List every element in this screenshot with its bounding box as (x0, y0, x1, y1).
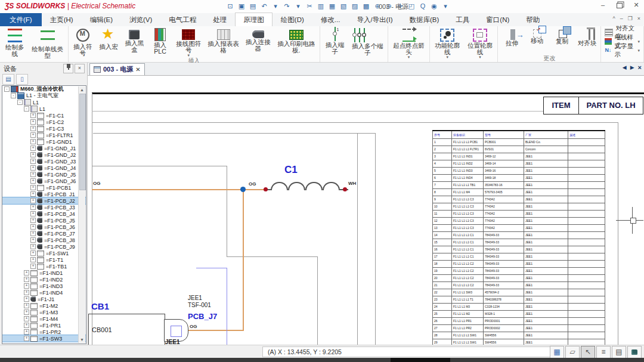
grid-snap-icon[interactable]: ▦ (550, 346, 564, 358)
scroll-up-icon[interactable]: ▲ (79, 86, 85, 93)
tree-item-=F1-PR2[interactable]: +=F1-PR2 (2, 329, 86, 335)
tab-group-close-icon[interactable]: × (638, 64, 642, 70)
ribbon-button-插入符号[interactable]: 插入符号 (70, 26, 96, 57)
tree-expand-icon[interactable]: + (24, 290, 29, 295)
tree-item-=F1-M3[interactable]: +=F1-M3 (2, 309, 86, 315)
menu-item-文件(F)[interactable]: 文件(F) (0, 13, 42, 27)
tree-expand-icon[interactable]: - (4, 86, 10, 92)
tree-item-=F1-IND3[interactable]: +=F1-IND3 (2, 283, 86, 289)
component-label-pcb-j7[interactable]: PCB_J7 (188, 312, 217, 321)
component-label-c1[interactable]: C1 (284, 164, 298, 176)
bom-table[interactable]: 序号设备标识型号厂家描述 1F1 L1 L1 L1 PCB1PCB001BLEN… (432, 130, 605, 345)
sheet-edit-icon[interactable]: ▤ (612, 346, 626, 358)
ribbon-button-位置轮廓线[interactable]: 位置轮廓线▾ (464, 26, 497, 59)
minimize-icon[interactable]: – (599, 1, 607, 10)
tree-item-=F1-GND_J1[interactable]: +=F1-GND_J1 (2, 145, 86, 151)
tree-item-=F1-GND_J2[interactable]: +=F1-GND_J2 (2, 151, 86, 158)
tab-prev-icon[interactable]: ◀ (623, 64, 627, 70)
menu-item-浏览(V)[interactable]: 浏览(V) (121, 14, 160, 26)
tree-item-=F1-PCB_J5[interactable]: +=F1-PCB_J5 (2, 217, 86, 224)
tree-expand-icon[interactable]: + (30, 237, 36, 243)
tree-item-=F1-GND_J4[interactable]: +=F1-GND_J4 (2, 165, 86, 171)
tree-expand-icon[interactable]: + (24, 270, 29, 276)
tree-expand-icon[interactable]: + (30, 211, 36, 216)
tree-item-=F1-PCB_J9[interactable]: +=F1-PCB_J9 (2, 243, 86, 250)
tree-expand-icon[interactable]: + (24, 310, 29, 315)
tree-expand-icon[interactable]: + (30, 132, 36, 138)
ribbon-button-移动[interactable]: 移动 (524, 26, 549, 55)
doc-close-icon[interactable]: × (637, 16, 640, 21)
tree-item-=F1-SW3[interactable]: +=F1-SW3 (2, 335, 86, 342)
tree-item-=F1-PR1[interactable]: +=F1-PR1 (2, 322, 86, 329)
tree-item-=F1-C3[interactable]: +=F1-C3 (2, 125, 86, 132)
tab-close-icon[interactable]: ✕ (135, 66, 140, 73)
tree-expand-icon[interactable]: + (30, 198, 36, 203)
doc-minimize-icon[interactable]: ‒ (620, 16, 623, 21)
tree-item-=F1-FLTR1[interactable]: +=F1-FLTR1 (2, 132, 86, 138)
ribbon-button-绘制单线类型[interactable]: 绘制单线类型 (28, 26, 66, 59)
tree-expand-icon[interactable]: + (30, 231, 36, 236)
menu-item-数据库(B)[interactable]: 数据库(B) (401, 14, 447, 26)
ribbon-button-对齐块[interactable]: 对齐块 (574, 26, 599, 55)
tree-expand-icon[interactable]: + (30, 146, 36, 151)
wire-og-vertical[interactable] (243, 190, 244, 330)
wire-og-lower[interactable] (186, 330, 244, 331)
app-monitor-icon[interactable]: ⊡ (225, 1, 235, 11)
tree-expand-icon[interactable]: + (30, 244, 36, 249)
tree-expand-icon[interactable]: + (30, 264, 36, 269)
menu-item-帮助[interactable]: 帮助 (518, 14, 548, 26)
tree-expand-icon[interactable]: + (24, 316, 29, 321)
print-icon[interactable]: ▤ (248, 1, 258, 11)
device-list-icon[interactable]: ▤ (2, 74, 14, 85)
tree-item-=F1-PCB_J2[interactable]: +=F1-PCB_J2 (2, 197, 86, 204)
tree-expand-icon[interactable]: + (30, 139, 36, 144)
tree-expand-icon[interactable]: + (24, 283, 29, 289)
select-cursor-icon[interactable]: ↖ (581, 346, 595, 358)
tree-item-=F1-IND1[interactable]: +=F1-IND1 (2, 270, 86, 276)
menu-item-导入/导出(I)[interactable]: 导入/导出(I) (348, 14, 401, 26)
tree-item-=F1-PCB_J1[interactable]: +=F1-PCB_J1 (2, 191, 86, 197)
ribbon-button-插入报表表格[interactable]: 插入报表表格 (205, 26, 242, 57)
tree-expand-icon[interactable]: + (24, 277, 29, 282)
menu-item-工具[interactable]: 工具 (447, 14, 478, 26)
ribbon-button-插入印刷电路板.[interactable]: 插入印刷电路板. (274, 26, 318, 57)
menu-item-绘图(D)[interactable]: 绘图(D) (273, 14, 312, 26)
component-view-icon[interactable]: ▯ (16, 74, 28, 85)
tree-item-=F1-M4[interactable]: +=F1-M4 (2, 315, 86, 322)
tree-item-=F1-C1[interactable]: +=F1-C1 (2, 112, 86, 119)
ribbon-collapse-icon[interactable]: ^ (612, 16, 615, 21)
panel-close-icon[interactable]: × (75, 64, 85, 73)
tree-expand-icon[interactable]: + (24, 296, 29, 302)
tree-item-=F1-TB1[interactable]: +=F1-TB1 (2, 263, 86, 270)
menu-item-修改...[interactable]: 修改... (312, 14, 349, 26)
menu-item-处理[interactable]: 处理 (205, 14, 235, 26)
tree-item-=F1-IND4[interactable]: +=F1-IND4 (2, 289, 86, 296)
ribbon-button-插入端子[interactable]: 插入端子 (321, 26, 348, 56)
tree-expand-icon[interactable]: - (11, 93, 16, 98)
menu-item-编辑(E)[interactable]: 编辑(E) (82, 14, 121, 26)
tree-expand-icon[interactable]: - (24, 106, 29, 112)
menu-item-主页(H)[interactable]: 主页(H) (42, 14, 82, 26)
restore-icon[interactable] (615, 1, 624, 10)
tree-expand-icon[interactable]: + (30, 185, 36, 190)
pin-icon[interactable] (63, 64, 73, 73)
tree-item-=F1-PCB_J8[interactable]: +=F1-PCB_J8 (2, 237, 86, 243)
tree-item-=F1-PCB_J3[interactable]: +=F1-PCB_J3 (2, 204, 86, 211)
tree-expand-icon[interactable]: + (30, 113, 36, 118)
save-icon[interactable]: ▣ (237, 1, 246, 11)
tree-expand-icon[interactable]: + (30, 165, 36, 171)
menu-item-原理图[interactable]: 原理图 (235, 13, 273, 27)
tree-item-=F1-IND2[interactable]: +=F1-IND2 (2, 276, 86, 283)
tree-expand-icon[interactable]: + (24, 329, 29, 335)
menu-item-电气工程[interactable]: 电气工程 (160, 14, 205, 26)
ribbon-button-插入宏[interactable]: 插入宏 (96, 26, 121, 57)
tree-expand-icon[interactable]: + (30, 172, 36, 177)
tree-expand-icon[interactable]: + (30, 257, 36, 262)
tree-item-=F1-M2[interactable]: +=F1-M2 (2, 302, 86, 309)
ribbon-button-接线图符号[interactable]: 接线图符号▾ (173, 26, 205, 57)
tree-expand-icon[interactable]: + (24, 323, 29, 328)
component-label-cb1[interactable]: CB1 (91, 301, 109, 311)
ribbon-button-文字显示[interactable]: 文字显示▾ (602, 46, 642, 55)
tree-item-=F1-PCB1[interactable]: +=F1-PCB1 (2, 184, 86, 191)
ribbon-button-插入PLC[interactable]: 插入 PLC (148, 26, 173, 57)
